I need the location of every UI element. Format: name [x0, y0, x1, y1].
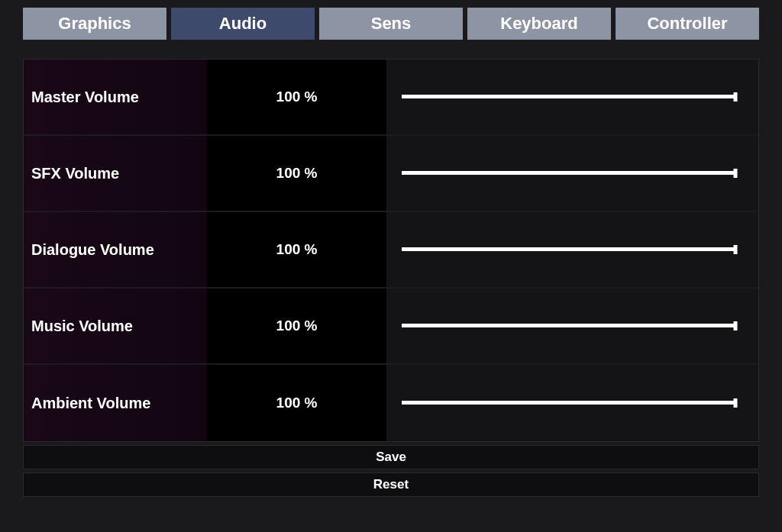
- slider-wrap: [386, 289, 758, 363]
- ambient-volume-slider[interactable]: [402, 401, 735, 405]
- slider-wrap: [386, 212, 758, 287]
- setting-row-ambient-volume: Ambient Volume 100 %: [24, 365, 758, 441]
- slider-wrap: [386, 60, 758, 134]
- tab-sens[interactable]: Sens: [319, 8, 463, 40]
- dialogue-volume-slider[interactable]: [402, 247, 735, 252]
- slider-handle[interactable]: [734, 245, 738, 254]
- setting-label: SFX Volume: [24, 136, 207, 211]
- music-volume-slider[interactable]: [402, 324, 735, 328]
- sfx-volume-slider[interactable]: [402, 171, 735, 176]
- footer-buttons: Save Reset: [23, 445, 759, 497]
- slider-handle[interactable]: [734, 321, 738, 330]
- slider-fill: [402, 401, 735, 405]
- master-volume-slider[interactable]: [402, 95, 735, 99]
- setting-label: Master Volume: [24, 60, 207, 134]
- settings-tabs: Graphics Audio Sens Keyboard Controller: [23, 8, 759, 40]
- setting-row-music-volume: Music Volume 100 %: [24, 289, 758, 365]
- tab-controller[interactable]: Controller: [616, 8, 759, 40]
- setting-value: 100 %: [207, 289, 386, 363]
- setting-value: 100 %: [207, 136, 386, 211]
- slider-handle[interactable]: [734, 169, 738, 178]
- setting-value: 100 %: [207, 60, 386, 134]
- slider-fill: [402, 247, 735, 251]
- setting-row-master-volume: Master Volume 100 %: [24, 60, 758, 136]
- slider-fill: [402, 95, 735, 98]
- setting-label: Music Volume: [24, 289, 207, 363]
- slider-wrap: [386, 136, 758, 211]
- slider-fill: [402, 324, 735, 327]
- setting-value: 100 %: [207, 365, 386, 441]
- audio-settings-panel: Master Volume 100 % SFX Volume 100 %: [23, 59, 759, 442]
- setting-label: Dialogue Volume: [24, 212, 207, 287]
- tab-keyboard[interactable]: Keyboard: [467, 8, 611, 40]
- setting-row-sfx-volume: SFX Volume 100 %: [24, 136, 758, 212]
- reset-button[interactable]: Reset: [23, 472, 759, 497]
- slider-handle[interactable]: [734, 398, 738, 408]
- slider-wrap: [386, 365, 758, 441]
- tab-audio[interactable]: Audio: [171, 8, 315, 40]
- setting-label: Ambient Volume: [24, 365, 207, 441]
- setting-row-dialogue-volume: Dialogue Volume 100 %: [24, 212, 758, 289]
- tab-graphics[interactable]: Graphics: [23, 8, 166, 40]
- slider-handle[interactable]: [734, 92, 738, 102]
- slider-fill: [402, 171, 735, 175]
- save-button[interactable]: Save: [23, 445, 759, 469]
- setting-value: 100 %: [207, 212, 386, 287]
